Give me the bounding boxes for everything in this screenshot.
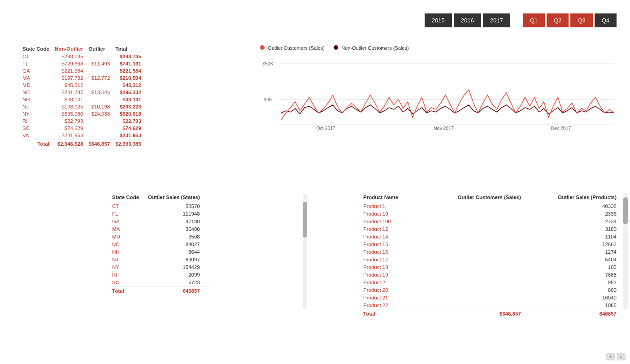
year-2015-button[interactable]: 2015 (425, 13, 452, 27)
svg-text:Oct 2017: Oct 2017 (317, 126, 336, 131)
total-cell: $741,161 (115, 60, 147, 67)
state-cell: MD (112, 233, 148, 240)
product-cell: Product 16 (363, 248, 423, 256)
total-row: Total 646857 (112, 286, 209, 295)
state-cell: NC (112, 240, 148, 248)
bottom-scrollbar[interactable]: ‹ › (606, 353, 626, 360)
product-cell: Product 21 (363, 294, 423, 301)
product-cell: Product 22 (363, 301, 423, 309)
non-outlier-legend-item: Non-Outlier Customers (Sales) (334, 45, 409, 51)
value-cell: 2099 (148, 271, 209, 278)
outlier-cell (88, 67, 115, 74)
br-col-header-customers: Outlier Customers (Sales) (423, 193, 526, 202)
value-cell: 58570 (148, 202, 209, 210)
table-row: NH 8644 (112, 248, 209, 256)
bottom-left-scrollbar[interactable] (303, 193, 307, 309)
table-row: Product 14 1104 (363, 233, 621, 240)
outlier-cell (88, 82, 115, 89)
sales-cell: 40338 (526, 202, 621, 210)
outlier-legend-item: Outlier Customers (Sales) (260, 45, 325, 51)
br-col-header-product: Product Name (363, 193, 423, 202)
quarter-q2-button[interactable]: Q2 (547, 13, 569, 27)
state-cell: GA (112, 217, 148, 225)
total-outlier: $646,857 (88, 139, 115, 148)
table-row: NH $33,141 $33,141 (22, 96, 147, 103)
total-cell: $45,312 (115, 82, 147, 89)
quarter-q1-button[interactable]: Q1 (523, 13, 545, 27)
product-cell: Product 100 (363, 217, 423, 225)
total-cell: $22,793 (115, 117, 147, 125)
state-cell: NY (22, 110, 55, 117)
toolbar: 2015 2016 2017 Q1 Q2 Q3 Q4 (425, 13, 617, 27)
customers-cell (423, 263, 526, 271)
table-row: RI 2099 (112, 271, 209, 278)
state-cell: NH (112, 248, 148, 256)
outlier-cell (88, 96, 115, 103)
non-outlier-cell: $729,668 (55, 60, 88, 67)
outlier-cell: $13,545 (88, 89, 115, 96)
table-row: GA $221,584 $221,584 (22, 67, 147, 74)
table-row: MD 3508 (112, 233, 209, 240)
scroll-right-button[interactable]: › (617, 353, 626, 360)
product-cell: Product 1 (363, 202, 423, 210)
total-row: Total $2,346,528 $646,857 $2,993,385 (22, 139, 147, 148)
quarter-q3-button[interactable]: Q3 (570, 13, 592, 27)
table-row: Product 20 800 (363, 286, 621, 294)
chart-svg: $50K $0K Oct 2017 Nov 2017 Dec 2017 (260, 55, 617, 133)
bottom-left-table-container: State Code Outlier Sales (States) CT 585… (112, 193, 209, 295)
sales-cell: 5404 (526, 256, 621, 263)
sales-cell: 800 (526, 286, 621, 294)
total-total: $2,993,385 (115, 139, 147, 148)
year-2017-button[interactable]: 2017 (483, 13, 510, 27)
total-cell: $33,141 (115, 96, 147, 103)
quarter-q4-button[interactable]: Q4 (595, 13, 617, 27)
bottom-left-scrollbar-thumb[interactable] (303, 202, 307, 238)
table-row: NY 154429 (112, 263, 209, 271)
sales-cell: 16040 (526, 294, 621, 301)
bottom-left-table: State Code Outlier Sales (States) CT 585… (112, 193, 209, 295)
table-row: Product 100 2734 (363, 217, 621, 225)
table-row: Product 15 12663 (363, 240, 621, 248)
total-label: Total (112, 286, 148, 295)
total-label: Total (22, 139, 55, 148)
non-outlier-cell: $293,735 (55, 53, 88, 60)
non-outlier-cell: $22,793 (55, 117, 88, 125)
table-row: Product 22 1085 (363, 301, 621, 309)
sales-cell: 7888 (526, 271, 621, 278)
top-left-table-container: State Code Non-Outlier Outlier Total CT … (22, 45, 147, 147)
non-outlier-cell: $193,025 (55, 103, 88, 110)
value-cell: 154429 (148, 263, 209, 271)
total-cell: $221,584 (115, 67, 147, 74)
non-outlier-cell: $197,732 (55, 74, 88, 82)
product-cell: Product 14 (363, 233, 423, 240)
page: 2015 2016 2017 Q1 Q2 Q3 Q4 State Code No… (0, 0, 630, 364)
state-cell: MA (22, 74, 55, 82)
scroll-left-button[interactable]: ‹ (606, 353, 615, 360)
product-cell: Product 10 (363, 210, 423, 217)
table-row: Product 10 2336 (363, 210, 621, 217)
table-row: CT $293,735 $293,735 (22, 53, 147, 60)
table-row: CT 58570 (112, 202, 209, 210)
value-cell: 111948 (148, 210, 209, 217)
table-row: NJ $193,025 $10,198 $203,223 (22, 103, 147, 110)
total-cell: $231,953 (115, 132, 147, 139)
outlier-cell: $12,772 (88, 74, 115, 82)
product-cell: Product 2 (363, 278, 423, 286)
customers-cell (423, 233, 526, 240)
chart-legend: Outlier Customers (Sales) Non-Outlier Cu… (260, 45, 617, 51)
sales-cell: 2734 (526, 217, 621, 225)
br-col-header-sales: Outlier Sales (Products) (526, 193, 621, 202)
col-header-non-outlier: Non-Outlier (55, 45, 88, 53)
outlier-cell (88, 132, 115, 139)
col-header-state: State Code (22, 45, 55, 53)
bottom-right-scrollbar[interactable] (623, 193, 628, 309)
outlier-legend-dot (260, 45, 265, 50)
non-outlier-cell: $33,141 (55, 96, 88, 103)
col-header-total: Total (115, 45, 147, 53)
bottom-right-scrollbar-thumb[interactable] (623, 197, 628, 224)
chart-area: Outlier Customers (Sales) Non-Outlier Cu… (260, 45, 617, 143)
year-2016-button[interactable]: 2016 (454, 13, 481, 27)
sales-cell: 3180 (526, 225, 621, 233)
sales-cell: 2336 (526, 210, 621, 217)
table-row: SC $74,629 $74,629 (22, 125, 147, 132)
